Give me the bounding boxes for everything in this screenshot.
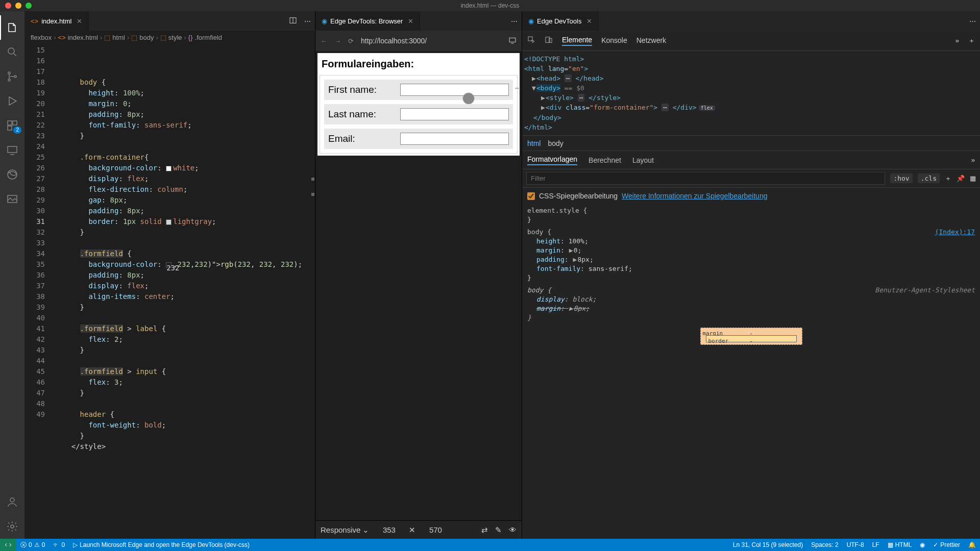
more-tabs-icon[interactable]: » <box>971 156 975 164</box>
edge-tools-icon[interactable] <box>0 162 24 187</box>
explorer-icon[interactable] <box>0 15 24 40</box>
editor-pane: <> index.html ✕ ⋯ flexbox› <> index.html… <box>24 11 315 539</box>
device-toolbar: Responsive ⌄ ✕ ⇄ ✎ 👁 <box>315 520 522 539</box>
status-port[interactable]: ᯤ 0 <box>49 541 69 548</box>
breadcrumb[interactable]: flexbox› <> index.html› ⬚ html› ⬚ body› … <box>24 31 315 45</box>
status-lang[interactable]: ▦ HTML <box>884 541 916 548</box>
inspect-icon[interactable] <box>527 36 535 45</box>
more-icon[interactable]: ⋯ <box>304 17 311 25</box>
url-input[interactable]: http://localhost:3000/ <box>361 37 501 45</box>
dom-tree[interactable]: <!DOCTYPE html> <html lang="en"> ▶<head>… <box>522 51 980 136</box>
code-content[interactable]: body { height: 100%; margin: 0; padding:… <box>54 45 315 539</box>
image-tools-icon[interactable] <box>0 187 24 211</box>
tab-index-html[interactable]: <> index.html ✕ <box>24 11 89 31</box>
edit-icon[interactable]: ✎ <box>495 525 502 535</box>
account-icon[interactable] <box>0 490 24 514</box>
computed-toggle-icon[interactable]: ▦ <box>970 174 976 182</box>
close-icon[interactable]: ✕ <box>408 17 413 25</box>
status-edge-icon[interactable]: ◉ <box>916 541 929 548</box>
hov-toggle[interactable]: :hov <box>890 173 912 183</box>
page-header: Formulareingaben: <box>320 55 518 75</box>
breadcrumb-seg[interactable]: html <box>527 139 541 147</box>
settings-gear-icon[interactable] <box>0 514 24 539</box>
tab-styles[interactable]: Formatvorlagen <box>527 155 577 165</box>
forward-icon[interactable]: → <box>334 37 341 45</box>
window-titlebar: index.html — dev-css <box>0 0 980 11</box>
svg-rect-6 <box>8 126 12 130</box>
close-icon[interactable]: ✕ <box>586 17 592 25</box>
css-mirror-checkbox[interactable] <box>527 192 535 200</box>
dom-breadcrumb[interactable]: html body <box>522 136 980 151</box>
window-minimize-button[interactable] <box>15 3 21 9</box>
status-launch[interactable]: ▷ Launch Microsoft Edge and open the Edg… <box>69 541 254 548</box>
field-label: Last name: <box>328 109 400 120</box>
email-input[interactable] <box>400 133 509 145</box>
first-name-input[interactable] <box>400 84 509 96</box>
remote-indicator[interactable] <box>0 539 16 551</box>
search-icon[interactable] <box>0 40 24 64</box>
breadcrumb-seg[interactable]: flexbox <box>31 34 52 41</box>
more-tabs-icon[interactable]: » <box>955 37 959 44</box>
reload-icon[interactable]: ⟳ <box>348 37 354 45</box>
status-errors[interactable]: ⓧ 0 ⚠ 0 <box>16 541 49 549</box>
close-icon[interactable]: ✕ <box>77 17 82 25</box>
breadcrumb-seg[interactable]: ⬚ html <box>104 34 125 41</box>
tab-browser[interactable]: ◉ Edge DevTools: Browser ✕ <box>315 11 420 31</box>
status-spaces[interactable]: Spaces: 2 <box>807 541 842 548</box>
panel-tab-console[interactable]: Konsole <box>601 36 627 45</box>
viewport-width-input[interactable] <box>376 525 402 534</box>
extensions-icon[interactable]: 2 <box>0 113 24 138</box>
rotate-icon[interactable]: ⇄ <box>481 525 488 535</box>
svg-rect-7 <box>8 146 17 153</box>
svg-rect-5 <box>13 121 17 125</box>
back-icon[interactable]: ← <box>321 37 327 45</box>
view-icon[interactable]: 👁 <box>509 525 517 534</box>
svg-point-11 <box>11 525 14 528</box>
source-link[interactable]: (Index):17 <box>935 228 975 237</box>
status-bell-icon[interactable]: 🔔 <box>964 541 980 548</box>
breadcrumb-seg[interactable]: body <box>548 139 563 147</box>
screencast-icon[interactable] <box>508 36 517 46</box>
styles-filter-input[interactable] <box>526 172 885 185</box>
source-control-icon[interactable] <box>0 64 24 89</box>
tab-layout[interactable]: Layout <box>632 156 654 164</box>
status-prettier[interactable]: ✓ Prettier <box>929 541 964 548</box>
split-editor-icon[interactable] <box>289 16 297 26</box>
minimap[interactable] <box>309 45 315 539</box>
pin-icon[interactable]: 📌 <box>957 174 965 182</box>
svg-rect-16 <box>549 38 552 42</box>
viewport-height-input[interactable] <box>423 525 448 534</box>
extensions-badge: 2 <box>13 127 21 134</box>
device-mode-select[interactable]: Responsive ⌄ <box>321 525 369 535</box>
tab-computed[interactable]: Berechnet <box>589 156 621 164</box>
breadcrumb-seg[interactable]: ⬚ style <box>160 34 182 41</box>
panel-tab-elements[interactable]: Elemente <box>562 36 592 46</box>
css-mirror-link[interactable]: Weitere Informationen zur Spiegelbearbei… <box>622 192 767 200</box>
tab-devtools[interactable]: ◉ Edge DevTools ✕ <box>522 11 599 31</box>
window-close-button[interactable] <box>5 3 11 9</box>
status-eol[interactable]: LF <box>868 541 884 548</box>
run-debug-icon[interactable] <box>0 89 24 113</box>
cls-toggle[interactable]: .cls <box>918 173 940 183</box>
add-tab-icon[interactable]: ＋ <box>968 36 975 45</box>
panel-tab-network[interactable]: Netzwerk <box>636 36 666 45</box>
window-title: index.html — dev-css <box>461 2 520 9</box>
remote-explorer-icon[interactable] <box>0 138 24 162</box>
styles-body[interactable]: element.style { } body {(Index):17 heigh… <box>522 204 980 539</box>
device-toggle-icon[interactable] <box>545 36 553 45</box>
last-name-input[interactable] <box>400 108 509 120</box>
window-maximize-button[interactable] <box>26 3 32 9</box>
touch-cursor-icon <box>463 93 474 104</box>
code-editor[interactable]: 1516171819202122232425262728293031323334… <box>24 45 315 539</box>
svg-rect-4 <box>8 121 12 125</box>
browser-viewport[interactable]: Formulareingaben: First name: Last name:… <box>315 51 522 520</box>
box-model[interactable]: margin - border - <box>700 328 802 345</box>
status-encoding[interactable]: UTF-8 <box>843 541 868 548</box>
breadcrumb-seg[interactable]: {} .formfield <box>188 34 222 41</box>
more-icon[interactable]: ⋯ <box>511 17 518 25</box>
status-cursor[interactable]: Ln 31, Col 15 (9 selected) <box>729 541 807 548</box>
more-icon[interactable]: ⋯ <box>969 17 976 25</box>
breadcrumb-seg[interactable]: <> index.html <box>58 34 98 41</box>
add-rule-icon[interactable]: ＋ <box>945 174 951 183</box>
breadcrumb-seg[interactable]: ⬚ body <box>131 34 154 41</box>
